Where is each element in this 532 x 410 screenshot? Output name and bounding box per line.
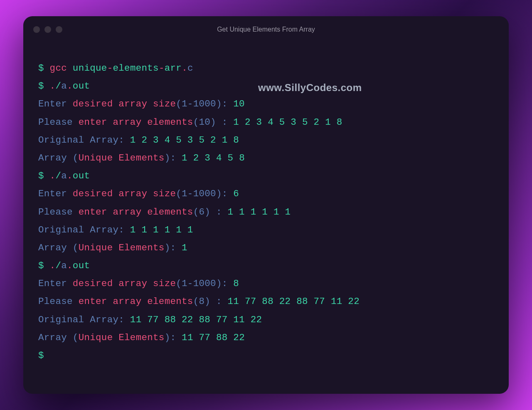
input-elements-1: 1 2 3 4 5 3 5 2 1 8 (233, 117, 342, 128)
title-bar: Get Unique Elements From Array (23, 16, 509, 43)
prompt: $ (38, 170, 50, 181)
original-vals-3: 11 77 88 22 88 77 11 22 (130, 314, 262, 325)
original-vals-2: 1 1 1 1 1 1 (130, 225, 193, 235)
input-elements-2: 1 1 1 1 1 1 (228, 207, 291, 217)
output-prompt-elements-3: Please enter array elements(8) : 11 77 8… (38, 293, 494, 311)
input-size-3: 8 (233, 278, 239, 289)
watermark-text: www.SillyCodes.com (258, 82, 362, 94)
output-unique-1: Array (Unique Elements): 1 2 3 4 5 8 (38, 149, 494, 167)
cmd-gcc: gcc (50, 63, 67, 74)
output-prompt-elements-2: Please enter array elements(6) : 1 1 1 1… (38, 203, 494, 221)
prompt: $ (38, 63, 50, 74)
input-size-1: 10 (233, 99, 245, 109)
cmd-line-run-3: $ ./a.out (38, 257, 494, 275)
prompt: $ (38, 81, 50, 91)
unique-vals-3: 11 77 88 22 (182, 332, 245, 343)
arg-unique: unique (73, 63, 107, 74)
minimize-icon[interactable] (44, 26, 51, 33)
traffic-lights (33, 26, 62, 33)
prompt: $ (38, 260, 50, 271)
terminal-window: Get Unique Elements From Array www.Silly… (23, 16, 509, 394)
original-vals-1: 1 2 3 4 5 3 5 2 1 8 (130, 135, 239, 146)
input-size-2: 6 (233, 188, 239, 199)
cmd-line-gcc: $ gcc unique-elements-arr.c (38, 59, 494, 77)
output-unique-3: Array (Unique Elements): 11 77 88 22 (38, 329, 494, 347)
window-title: Get Unique Elements From Array (23, 26, 509, 33)
output-unique-2: Array (Unique Elements): 1 (38, 239, 494, 257)
prompt-line: $ (38, 347, 494, 365)
maximize-icon[interactable] (56, 26, 62, 33)
output-prompt-size-1: Enter desired array size(1-1000): 10 (38, 95, 494, 113)
output-prompt-size-3: Enter desired array size(1-1000): 8 (38, 275, 494, 293)
close-icon[interactable] (33, 26, 40, 33)
output-prompt-size-2: Enter desired array size(1-1000): 6 (38, 185, 494, 203)
unique-vals-2: 1 (182, 242, 187, 253)
output-original-1: Original Array: 1 2 3 4 5 3 5 2 1 8 (38, 131, 494, 149)
output-original-2: Original Array: 1 1 1 1 1 1 (38, 221, 494, 239)
input-elements-3: 11 77 88 22 88 77 11 22 (228, 296, 360, 307)
output-prompt-elements-1: Please enter array elements(10) : 1 2 3 … (38, 114, 494, 131)
unique-vals-1: 1 2 3 4 5 8 (182, 153, 245, 163)
prompt: $ (38, 350, 44, 361)
output-original-3: Original Array: 11 77 88 22 88 77 11 22 (38, 311, 494, 329)
cmd-line-run-2: $ ./a.out (38, 167, 494, 185)
